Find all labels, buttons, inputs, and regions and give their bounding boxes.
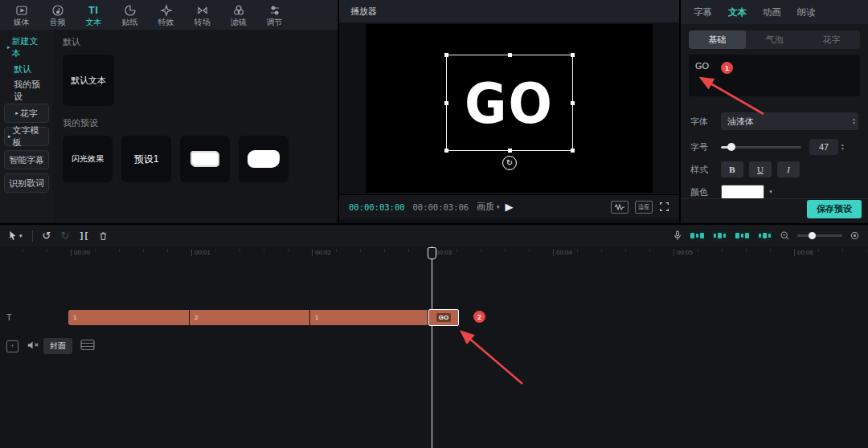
resize-handle[interactable] [444, 101, 448, 105]
section-default-label: 默认 [63, 36, 328, 48]
undo-button[interactable]: ↺ [43, 230, 51, 241]
preset-card-stylized-1[interactable] [180, 136, 230, 182]
sidebar-item-auto-captions[interactable]: 智能字幕 [4, 150, 49, 169]
stepper-icons[interactable]: ▴▾ [850, 117, 858, 125]
sidebar-item-text-template[interactable]: ▸ 文字模板 [4, 127, 49, 146]
fit-button[interactable]: 适应 [635, 201, 653, 214]
underline-button[interactable]: U [749, 161, 772, 177]
player-title: 播放器 [339, 0, 679, 22]
font-size-slider[interactable] [721, 146, 801, 149]
preview-axis-icon[interactable] [735, 230, 750, 241]
track-split-view-icon[interactable] [757, 230, 772, 241]
subtab-basic[interactable]: 基础 [689, 31, 746, 49]
video-editor-app: 媒体 音频 TI 文本 贴纸 特效 转场 [0, 0, 868, 448]
play-button[interactable]: ▶ [506, 201, 514, 213]
resize-handle[interactable] [571, 149, 575, 153]
player-panel: 播放器 GO ↻ 00:00:03:00 00:00:03:06 画质 ▾ ▶ [339, 0, 679, 223]
toolbar-sticker-label: 贴纸 [122, 18, 138, 26]
stylized-text-thumbnail [190, 151, 219, 167]
text-icon: TI [88, 4, 99, 17]
split-button[interactable]: ][ [79, 230, 88, 241]
playhead-handle[interactable] [428, 247, 436, 259]
delete-button[interactable] [98, 230, 108, 242]
media-icon [15, 4, 28, 17]
zoom-slider-knob[interactable] [809, 232, 816, 239]
toolbar-effects[interactable]: 特效 [148, 0, 184, 30]
sidebar-item-new-text[interactable]: ▸ 新建文本 [4, 39, 49, 56]
resize-handle[interactable] [508, 149, 512, 153]
stylized-text-thumbnail [248, 150, 280, 168]
inspector-subtabs: 基础 气泡 花字 [689, 31, 860, 49]
save-preset-button[interactable]: 保存预设 [807, 200, 862, 218]
tab-subtitle[interactable]: 字幕 [694, 6, 712, 18]
style-row: 样式 B U I [681, 161, 868, 178]
tab-animation[interactable]: 动画 [763, 6, 781, 18]
font-size-stepper[interactable]: ▴▾ [838, 143, 847, 151]
resize-handle[interactable] [508, 53, 512, 57]
video-canvas[interactable]: GO ↻ [366, 24, 653, 193]
resize-handle[interactable] [444, 149, 448, 153]
default-text-card[interactable]: 默认文本 [63, 55, 114, 106]
toolbar-media[interactable]: 媒体 [3, 0, 39, 30]
fullscreen-icon[interactable] [659, 202, 669, 212]
color-swatch-white[interactable] [721, 185, 764, 199]
linkage-icon[interactable] [712, 230, 727, 241]
adjust-icon [268, 4, 281, 17]
text-clip-3[interactable]: 1 [310, 310, 428, 325]
timeline-zoom-slider[interactable] [797, 234, 842, 237]
preset-card-flash-effect[interactable]: 闪光效果 [63, 136, 113, 182]
caret-right-icon: ▸ [8, 133, 11, 140]
cover-button[interactable]: 封面 [43, 338, 72, 354]
font-dropdown[interactable]: 油漆体 ▴▾ [721, 112, 858, 130]
microphone-icon[interactable] [673, 230, 682, 242]
tab-read-aloud[interactable]: 朗读 [797, 6, 816, 18]
font-size-value[interactable]: 47 [809, 139, 838, 155]
resize-handle[interactable] [571, 101, 575, 105]
text-clip-2[interactable]: 2 [190, 310, 309, 325]
redo-button[interactable]: ↻ [60, 230, 69, 241]
font-label: 字体 [690, 116, 721, 128]
sidebar-item-fancy-text[interactable]: ▸ 花字 [4, 104, 49, 123]
audio-icon [51, 4, 64, 17]
sticker-icon [124, 4, 137, 17]
slider-knob[interactable] [727, 143, 735, 151]
resize-handle[interactable] [571, 53, 575, 57]
timeline-toolbar: ▾ ↺ ↻ ][ [0, 225, 868, 246]
bold-button[interactable]: B [721, 161, 743, 177]
mute-speaker-icon[interactable] [27, 340, 39, 351]
sidebar-item-my-presets[interactable]: 我的预设 [4, 82, 49, 100]
sidebar-item-default[interactable]: 默认 [4, 60, 49, 78]
zoom-fit-icon[interactable] [850, 230, 860, 241]
preset-card-stylized-2[interactable] [239, 136, 289, 182]
rotate-handle-icon[interactable]: ↻ [502, 156, 517, 170]
magnet-snap-icon[interactable] [690, 230, 705, 241]
subtab-bubble[interactable]: 气泡 [746, 31, 803, 49]
tab-text[interactable]: 文本 [728, 6, 747, 18]
waveform-toggle[interactable] [611, 201, 628, 214]
add-track-icon[interactable]: + [6, 340, 18, 352]
subtab-fancy[interactable]: 花字 [803, 31, 860, 49]
toolbar-transition[interactable]: 转场 [184, 0, 220, 30]
text-content-input[interactable]: GO [689, 55, 860, 96]
resize-handle[interactable] [444, 53, 448, 57]
playhead-line[interactable] [432, 246, 432, 448]
toolbar-sticker[interactable]: 贴纸 [112, 0, 148, 30]
select-tool-button[interactable]: ▾ [8, 230, 23, 242]
text-clip-go-selected[interactable]: GO [428, 309, 459, 326]
toolbar-filter[interactable]: 滤镜 [220, 0, 256, 30]
quality-dropdown[interactable]: 画质 ▾ [477, 201, 500, 213]
color-label: 颜色 [690, 186, 721, 198]
toolbar-audio[interactable]: 音频 [39, 0, 76, 30]
text-selection-box[interactable] [446, 55, 573, 151]
text-clip-1[interactable]: 1 [68, 310, 189, 325]
video-track-icon [80, 339, 95, 351]
toolbar-adjust[interactable]: 调节 [256, 0, 293, 30]
italic-button[interactable]: I [777, 161, 800, 177]
zoom-out-icon[interactable] [780, 230, 790, 241]
annotation-badge-1: 1 [721, 62, 733, 74]
sidebar-item-lyrics-recognition[interactable]: 识别歌词 [4, 173, 49, 193]
caret-down-icon[interactable]: ▾ [764, 185, 777, 198]
preset-card-1[interactable]: 预设1 [121, 136, 171, 182]
toolbar-text[interactable]: TI 文本 [76, 0, 112, 30]
font-row: 字体 油漆体 ▴▾ [681, 112, 868, 130]
